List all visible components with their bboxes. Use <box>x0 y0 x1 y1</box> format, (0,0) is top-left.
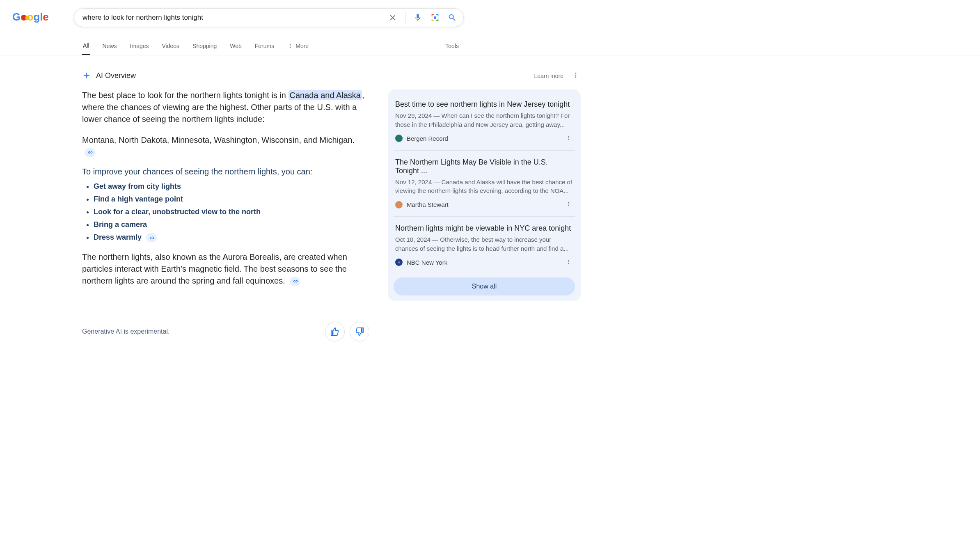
tab-more[interactable]: More <box>286 37 309 55</box>
source-publisher: Bergen Record <box>407 135 448 142</box>
source-title[interactable]: The Northern Lights May Be Visible in th… <box>395 158 573 175</box>
list-item: Look for a clear, unobstructed view to t… <box>94 208 369 216</box>
tabs: All News Images Videos Shopping Web Foru… <box>82 37 460 55</box>
svg-point-17 <box>575 76 577 78</box>
source-snippet: Nov 12, 2024 — Canada and Alaska will ha… <box>395 178 573 196</box>
sources-panel: Best time to see northern lights in New … <box>388 89 581 301</box>
search-input[interactable] <box>82 14 388 22</box>
tab-news[interactable]: News <box>102 37 118 55</box>
nbc-icon: 4 <box>395 259 403 266</box>
google-logo[interactable]: Google <box>12 10 53 25</box>
source-snippet: Oct 10, 2024 — Otherwise, the best way t… <box>395 235 573 253</box>
svg-rect-6 <box>437 14 438 17</box>
tab-all[interactable]: All <box>82 37 90 55</box>
source-snippet: Nov 29, 2024 — When can I see the northe… <box>395 111 573 129</box>
source-publisher: Martha Stewart <box>407 201 449 208</box>
source-card[interactable]: The Northern Lights May Be Visible in th… <box>394 156 575 217</box>
svg-rect-4 <box>432 14 433 17</box>
tab-forums[interactable]: Forums <box>254 37 275 55</box>
tab-more-label: More <box>295 43 309 49</box>
svg-point-21 <box>568 202 569 203</box>
thumbs-up-button[interactable] <box>325 322 345 341</box>
clear-icon[interactable] <box>388 13 398 23</box>
show-all-button[interactable]: Show all <box>394 277 575 295</box>
ai-overview-body: The best place to look for the northern … <box>82 89 369 301</box>
highlight-location: Canada and Alaska <box>289 90 362 100</box>
svg-rect-8 <box>432 19 433 21</box>
citation-chip[interactable] <box>146 233 157 242</box>
overview-menu-icon[interactable] <box>571 70 581 81</box>
list-item: Find a high vantage point <box>94 195 369 204</box>
thumbs-down-button[interactable] <box>350 322 369 341</box>
svg-point-11 <box>434 16 436 19</box>
source-menu-icon[interactable] <box>564 257 573 268</box>
svg-point-12 <box>290 44 291 45</box>
list-item: Bring a camera <box>94 220 369 229</box>
svg-point-26 <box>568 263 569 263</box>
citation-chip[interactable] <box>290 277 300 286</box>
ai-disclaimer: Generative AI is experimental. <box>82 328 169 335</box>
source-menu-icon[interactable] <box>564 199 573 210</box>
list-item: Get away from city lights <box>94 182 369 191</box>
overview-paragraph-1: The best place to look for the northern … <box>82 89 369 125</box>
search-icon[interactable] <box>447 13 457 23</box>
svg-point-22 <box>568 204 569 204</box>
sparkle-icon <box>82 71 91 80</box>
source-publisher: NBC New York <box>407 259 447 266</box>
tab-shopping[interactable]: Shopping <box>192 37 218 55</box>
svg-rect-10 <box>437 19 438 21</box>
svg-point-14 <box>290 47 291 48</box>
tab-web[interactable]: Web <box>229 37 243 55</box>
mic-icon[interactable] <box>413 13 423 23</box>
learn-more-link[interactable]: Learn more <box>534 73 563 79</box>
globe-icon <box>395 135 403 142</box>
svg-point-23 <box>568 205 569 206</box>
ai-overview-label: AI Overview <box>96 71 136 80</box>
svg-point-24 <box>568 259 569 260</box>
avatar-icon <box>395 201 403 208</box>
svg-point-18 <box>568 135 569 136</box>
tab-images[interactable]: Images <box>129 37 150 55</box>
search-box[interactable] <box>74 8 464 27</box>
svg-point-20 <box>568 139 569 140</box>
svg-point-15 <box>575 73 577 74</box>
svg-point-2 <box>25 16 30 20</box>
divider <box>405 12 405 23</box>
svg-point-16 <box>575 75 577 76</box>
source-card[interactable]: Northern lights might be viewable in NYC… <box>394 222 575 274</box>
overview-paragraph-3: The northern lights, also known as the A… <box>82 251 369 287</box>
overview-subheading: To improve your chances of seeing the no… <box>82 167 369 176</box>
citation-chip[interactable] <box>85 148 95 157</box>
source-title[interactable]: Northern lights might be viewable in NYC… <box>395 224 573 233</box>
lens-icon[interactable] <box>430 13 440 23</box>
source-menu-icon[interactable] <box>564 133 573 144</box>
overview-paragraph-2: Montana, North Dakota, Minnesota, Washin… <box>82 134 369 158</box>
svg-point-25 <box>568 261 569 262</box>
svg-point-13 <box>290 46 291 46</box>
tools-button[interactable]: Tools <box>444 37 460 55</box>
svg-text:Google: Google <box>12 11 49 23</box>
svg-point-19 <box>568 137 569 138</box>
tips-list: Get away from city lights Find a high va… <box>82 182 369 242</box>
list-item: Dress warmly <box>94 233 369 242</box>
source-card[interactable]: Best time to see northern lights in New … <box>394 98 575 151</box>
tab-videos[interactable]: Videos <box>161 37 181 55</box>
source-title[interactable]: Best time to see northern lights in New … <box>395 100 573 109</box>
